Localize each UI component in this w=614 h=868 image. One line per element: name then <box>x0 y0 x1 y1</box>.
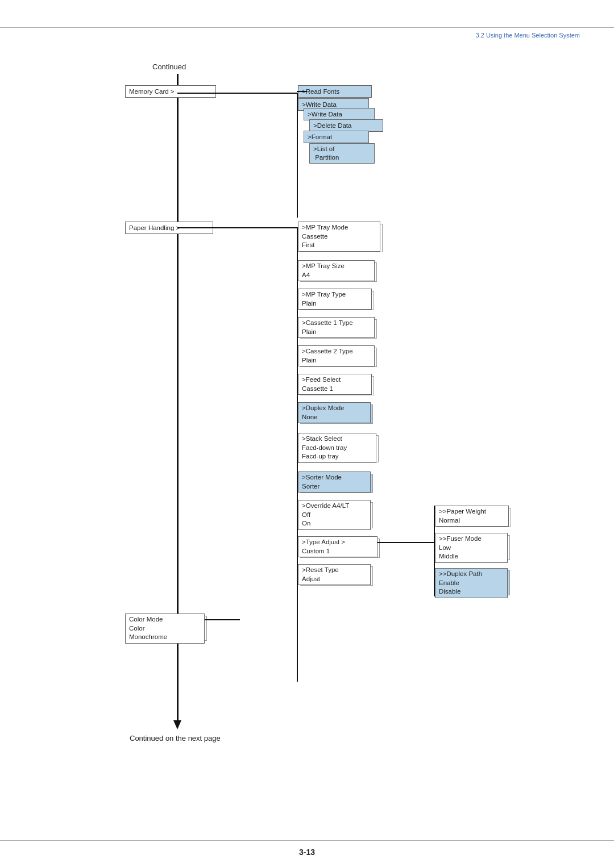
feed-select-box: >Feed SelectCassette 1 <box>298 374 372 395</box>
reset-type-box: >Reset TypeAdjust <box>298 564 371 585</box>
section-label: 3.2 Using the Menu Selection System <box>476 32 580 39</box>
continued-bottom-label: Continued on the next page <box>130 734 221 742</box>
delete-data-box: >Delete Data <box>309 119 383 132</box>
mp-tray-size-box: >MP Tray SizeA4 <box>298 260 375 281</box>
list-partition-box: >List of Partition <box>309 143 375 164</box>
page-number: 3-13 <box>299 848 315 857</box>
duplex-mode-box: >Duplex ModeNone <box>298 402 371 423</box>
color-mode-box: Color ModeColorMonochrome <box>125 614 205 644</box>
bottom-border <box>0 840 614 841</box>
top-border <box>0 27 614 28</box>
mp-tray-mode-box: >MP Tray ModeCassetteFirst <box>298 222 380 252</box>
stack-select-box: >Stack SelectFacd-down trayFacd-up tray <box>298 433 376 463</box>
override-a4lt-box: >Override A4/LTOffOn <box>298 500 371 530</box>
memory-card-box: Memory Card > <box>125 85 216 98</box>
arrow-down-icon <box>173 720 181 729</box>
type-adjust-hline <box>377 542 434 543</box>
sorter-mode-box: >Sorter ModeSorter <box>298 471 371 493</box>
type-adjust-box: >Type Adjust >Custom 1 <box>298 536 377 557</box>
memory-card-hline <box>177 93 297 94</box>
cassette1-type-box: >Cassette 1 TypePlain <box>298 317 375 338</box>
continued-top-label: Continued <box>152 62 186 71</box>
duplex-path-box: >>Duplex PathEnableDisable <box>435 568 508 598</box>
mp-tray-type-box: >MP Tray TypePlain <box>298 289 372 310</box>
cassette2-type-box: >Cassette 2 TypePlain <box>298 345 375 366</box>
diagram-area: Continued Continued on the next page Mem… <box>114 57 540 795</box>
paper-handling-hline <box>177 227 297 228</box>
fuser-mode-box: >>Fuser ModeLowMiddle <box>435 533 508 563</box>
write-data-box-2: >Write Data <box>304 108 375 120</box>
read-fonts-box: >Read Fonts <box>298 85 372 98</box>
paper-weight-box: >>Paper WeightNormal <box>435 506 509 527</box>
format-box: >Format <box>304 131 369 143</box>
memory-card-children-vline <box>297 93 298 218</box>
